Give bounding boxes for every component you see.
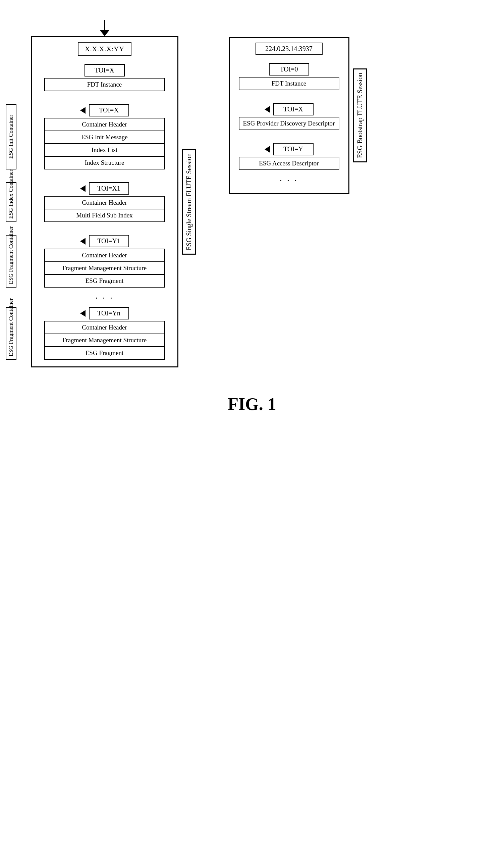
toi-x-right: TOI=X <box>273 103 313 115</box>
toi-init-row: TOI=X <box>35 104 174 116</box>
toi-fragment-y1-row: TOI=Y1 <box>35 235 174 247</box>
section-provider-discovery: TOI=X ESG Provider Discovery Descriptor <box>233 103 345 130</box>
fragment-yn-group: Container Header Fragment Management Str… <box>44 321 165 360</box>
section-fdt-left: TOI=X FDT Instance <box>35 64 174 91</box>
toi-x-fdt: TOI=X <box>85 64 125 76</box>
esg-init-message: ESG Init Message <box>45 131 164 144</box>
access-group: ESG Access Descriptor <box>239 157 339 170</box>
arrow-down-top <box>100 30 109 36</box>
toi-x-right-row: TOI=X <box>265 103 313 115</box>
arrow-stem-top <box>104 20 105 30</box>
fdt-group-left: FDT Instance <box>44 78 165 91</box>
right-outer-wrapper: 224.0.23.14:3937 TOI=0 FDT Instance TOI=… <box>229 37 350 194</box>
bootstrap-label-wrapper: ESG Bootstrap FLUTE Session <box>353 37 367 194</box>
diagram-area: X.X.X.X:YY TOI=X FDT Instance ESG Init C… <box>17 20 487 368</box>
esg-fragment-y1: ESG Fragment <box>45 275 164 287</box>
section-fragment-yn: ESG Fragment Container TOI=Yn Container … <box>35 307 174 360</box>
left-outer-wrapper: X.X.X.X:YY TOI=X FDT Instance ESG Init C… <box>31 36 178 368</box>
fig-label: FIG. 1 <box>228 394 276 414</box>
toi-y1: TOI=Y1 <box>89 235 129 247</box>
fragment-yn-label: ESG Fragment Container <box>6 307 16 360</box>
arrow-discovery <box>265 106 270 113</box>
toi-x1-index: TOI=X1 <box>89 182 129 195</box>
arrow-fragment-y1 <box>80 238 86 245</box>
toi-x-init: TOI=X <box>89 104 129 116</box>
toi-y-right: TOI=Y <box>273 143 313 155</box>
dots-middle: . . . <box>95 291 114 300</box>
esg-fragment-yn: ESG Fragment <box>45 347 164 359</box>
container-header-yn: Container Header <box>45 321 164 334</box>
fragment-y1-group: Container Header Fragment Management Str… <box>44 249 165 288</box>
arrow-fragment-yn <box>80 310 86 317</box>
init-group-box: Container Header ESG Init Message Index … <box>44 118 165 170</box>
stream-label-text: ESG Single Stream FLUTE Session <box>182 149 196 255</box>
container-header-y1: Container Header <box>45 249 164 262</box>
container-header-init: Container Header <box>45 118 164 131</box>
toi-index-row: TOI=X1 <box>35 182 174 195</box>
left-address-box: X.X.X.X:YY <box>78 42 131 56</box>
toi-fragment-yn-row: TOI=Yn <box>35 307 174 319</box>
fragment-y1-label: ESG Fragment Container <box>6 235 16 288</box>
toi-yn: TOI=Yn <box>89 307 129 319</box>
index-container-label: ESG Index Container <box>6 182 16 222</box>
fdt-group-right: FDT Instance <box>239 77 339 90</box>
section-index-container: ESG Index Container TOI=X1 Container Hea… <box>35 182 174 222</box>
arrow-index <box>80 185 86 192</box>
esg-access-descriptor: ESG Access Descriptor <box>239 157 339 170</box>
left-column: X.X.X.X:YY TOI=X FDT Instance ESG Init C… <box>17 20 192 368</box>
fdt-instance-left: FDT Instance <box>45 78 164 90</box>
container-header-index: Container Header <box>45 197 164 210</box>
multi-field-sub-index: Multi Field Sub Index <box>45 210 164 221</box>
section-fdt-right: TOI=0 FDT Instance <box>233 63 345 90</box>
bootstrap-label-text: ESG Bootstrap FLUTE Session <box>353 69 367 162</box>
right-address-box: 224.0.23.14:3937 <box>255 43 323 55</box>
esg-provider-discovery: ESG Provider Discovery Descriptor <box>239 117 339 130</box>
left-outer-box: X.X.X.X:YY TOI=X FDT Instance ESG Init C… <box>31 36 178 368</box>
section-fragment-y1: ESG Fragment Container TOI=Y1 Container … <box>35 235 174 288</box>
init-container-label: ESG Init Container <box>6 104 16 170</box>
section-access-descriptor: TOI=Y ESG Access Descriptor <box>233 143 345 170</box>
dots-right: . . . <box>280 173 298 183</box>
section-init-container: ESG Init Container TOI=X Container Heade… <box>35 104 174 170</box>
index-group-box: Container Header Multi Field Sub Index <box>44 196 165 222</box>
discovery-group: ESG Provider Discovery Descriptor <box>239 117 339 130</box>
right-column: 224.0.23.14:3937 TOI=0 FDT Instance TOI=… <box>219 20 359 194</box>
fragment-mgmt-y1: Fragment Management Structure <box>45 262 164 275</box>
right-outer-box: 224.0.23.14:3937 TOI=0 FDT Instance TOI=… <box>229 37 350 194</box>
fragment-mgmt-yn: Fragment Management Structure <box>45 334 164 347</box>
arrow-init <box>80 107 86 114</box>
stream-label-wrapper: ESG Single Stream FLUTE Session <box>182 36 196 368</box>
toi-0-fdt: TOI=0 <box>269 63 309 75</box>
index-structure: Index Structure <box>45 157 164 169</box>
index-list: Index List <box>45 144 164 157</box>
arrow-access <box>265 146 270 153</box>
toi-y-right-row: TOI=Y <box>265 143 313 155</box>
fdt-instance-right: FDT Instance <box>239 77 339 90</box>
